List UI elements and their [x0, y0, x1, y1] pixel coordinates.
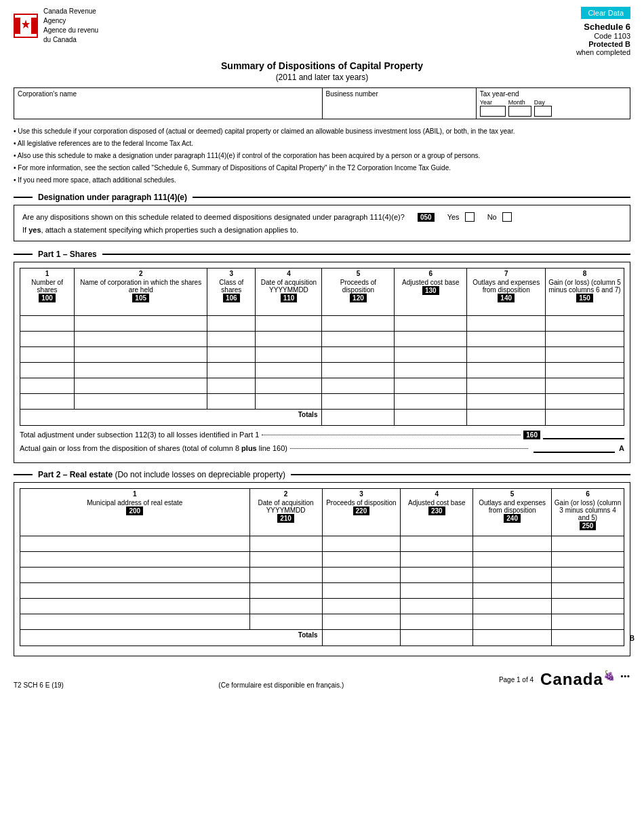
p2-r1-c3[interactable]	[325, 538, 399, 550]
p2-r2-c2[interactable]	[252, 553, 320, 565]
p1-r5-c8[interactable]	[548, 380, 622, 392]
p2-r2-c5[interactable]	[475, 553, 549, 565]
p1-r2-c2[interactable]	[77, 333, 205, 345]
p2-r5-c1[interactable]	[22, 600, 247, 612]
p1-r6-c1[interactable]	[22, 395, 72, 408]
no-checkbox[interactable]	[502, 212, 512, 222]
p1-r2-c6[interactable]	[397, 333, 464, 345]
p1-r3-c2[interactable]	[77, 349, 205, 361]
p1-r3-c6[interactable]	[397, 349, 464, 361]
p2-total-c4[interactable]	[403, 631, 468, 643]
p1-r3-c7[interactable]	[469, 349, 543, 361]
p1-r5-c3[interactable]	[209, 380, 253, 392]
p1-r1-c2[interactable]	[77, 317, 205, 330]
p2-r3-c1[interactable]	[22, 569, 247, 581]
p2-r5-c6[interactable]	[554, 600, 622, 612]
p1-r5-c7[interactable]	[469, 380, 543, 392]
p1-r3-c5[interactable]	[324, 349, 392, 361]
year-input[interactable]	[480, 106, 506, 117]
p2-r2-c4[interactable]	[403, 553, 470, 565]
p2-r5-c2[interactable]	[252, 600, 320, 612]
gain-input[interactable]	[534, 444, 615, 452]
p2-r2-c3[interactable]	[325, 553, 399, 565]
p2-r2-c6[interactable]	[554, 553, 622, 565]
p1-r3-c4[interactable]	[258, 349, 319, 361]
p1-r4-c4[interactable]	[258, 364, 319, 376]
p2-r4-c5[interactable]	[475, 584, 549, 597]
p1-r1-c8[interactable]	[548, 317, 622, 330]
p1-total-c8[interactable]	[548, 411, 620, 423]
p2-r4-c3[interactable]	[325, 584, 399, 597]
p2-r6-c4[interactable]	[403, 616, 470, 628]
p1-r4-c2[interactable]	[77, 364, 205, 376]
p1-r6-c6[interactable]	[397, 395, 464, 408]
p2-r1-c2[interactable]	[252, 538, 320, 550]
p1-r5-c5[interactable]	[324, 380, 392, 392]
p1-r2-c8[interactable]	[548, 333, 622, 345]
p2-r6-c3[interactable]	[325, 616, 399, 628]
p2-r6-c6[interactable]	[554, 616, 622, 628]
p2-r3-c3[interactable]	[325, 569, 399, 581]
p2-r1-c5[interactable]	[475, 538, 549, 550]
p1-r1-c1[interactable]	[22, 317, 72, 330]
p2-r6-c5[interactable]	[475, 616, 549, 628]
p2-r4-c1[interactable]	[22, 584, 247, 597]
p2-r1-c1[interactable]	[22, 538, 247, 550]
day-input[interactable]	[534, 106, 552, 117]
p2-r4-c2[interactable]	[252, 584, 320, 597]
p1-r1-c7[interactable]	[469, 317, 543, 330]
p1-r5-c2[interactable]	[77, 380, 205, 392]
p1-r2-c7[interactable]	[469, 333, 543, 345]
p1-r3-c8[interactable]	[548, 349, 622, 361]
p1-r5-c6[interactable]	[397, 380, 464, 392]
p1-total-c6[interactable]	[397, 411, 462, 423]
p2-r3-c6[interactable]	[554, 569, 622, 581]
p2-total-c3[interactable]	[325, 631, 397, 643]
p1-r6-c7[interactable]	[469, 395, 543, 408]
p1-r6-c8[interactable]	[548, 395, 622, 408]
p1-r2-c3[interactable]	[209, 333, 253, 345]
corp-name-input[interactable]	[18, 98, 319, 110]
p2-r4-c6[interactable]	[554, 584, 622, 597]
p1-r4-c5[interactable]	[324, 364, 392, 376]
adjustment-input[interactable]	[543, 431, 624, 439]
p1-r6-c2[interactable]	[77, 395, 205, 408]
p1-total-c5[interactable]	[324, 411, 390, 423]
p1-r4-c6[interactable]	[397, 364, 464, 376]
business-number-input[interactable]	[326, 98, 472, 110]
p2-r3-c4[interactable]	[403, 569, 470, 581]
p1-r4-c3[interactable]	[209, 364, 253, 376]
yes-checkbox[interactable]	[465, 212, 475, 222]
p2-r5-c3[interactable]	[325, 600, 399, 612]
p1-r5-c1[interactable]	[22, 380, 72, 392]
p1-r2-c4[interactable]	[258, 333, 319, 345]
p1-r4-c8[interactable]	[548, 364, 622, 376]
p2-total-c6[interactable]	[554, 631, 620, 643]
p2-r5-c5[interactable]	[475, 600, 549, 612]
p1-r2-c1[interactable]	[22, 333, 72, 345]
p2-r6-c1[interactable]	[22, 616, 247, 628]
p2-r4-c4[interactable]	[403, 584, 470, 597]
p1-r3-c1[interactable]	[22, 349, 72, 361]
p2-r3-c5[interactable]	[475, 569, 549, 581]
p1-r6-c3[interactable]	[209, 395, 253, 408]
p2-r5-c4[interactable]	[403, 600, 470, 612]
p1-r4-c7[interactable]	[469, 364, 543, 376]
p1-r6-c5[interactable]	[324, 395, 392, 408]
p1-r1-c3[interactable]	[209, 317, 253, 330]
p1-r3-c3[interactable]	[209, 349, 253, 361]
p1-r1-c4[interactable]	[258, 317, 319, 330]
p1-r4-c1[interactable]	[22, 364, 72, 376]
month-input[interactable]	[508, 106, 531, 117]
p1-r2-c5[interactable]	[324, 333, 392, 345]
p2-r3-c2[interactable]	[252, 569, 320, 581]
p2-r1-c6[interactable]	[554, 538, 622, 550]
clear-data-button[interactable]: Clear Data	[581, 7, 630, 19]
p1-r6-c4[interactable]	[258, 395, 319, 408]
p2-r2-c1[interactable]	[22, 553, 247, 565]
p2-r1-c4[interactable]	[403, 538, 470, 550]
p2-r6-c2[interactable]	[252, 616, 320, 628]
p1-r5-c4[interactable]	[258, 380, 319, 392]
p1-r1-c5[interactable]	[324, 317, 392, 330]
p1-r1-c6[interactable]	[397, 317, 464, 330]
